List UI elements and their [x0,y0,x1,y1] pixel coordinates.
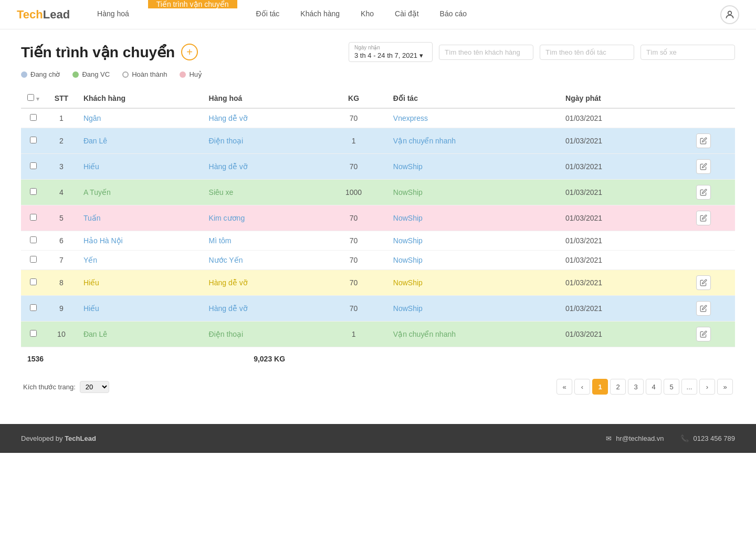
row-checkbox[interactable] [30,188,37,195]
nav-kho[interactable]: Kho [359,0,376,29]
search-car-input[interactable] [640,45,735,60]
td-doitac[interactable]: NowShip [387,251,559,270]
td-stt: 2 [46,128,77,154]
edit-button[interactable] [696,159,711,174]
row-checkbox[interactable] [30,330,37,337]
nav-hanghoa[interactable]: Hàng hoá [95,0,131,29]
edit-button[interactable] [696,301,711,316]
td-hanghoa[interactable]: Hàng dễ vỡ [203,296,321,322]
td-checkbox[interactable] [21,154,46,180]
td-ngayphat: 01/03/2021 [559,154,673,180]
row-checkbox[interactable] [30,304,37,311]
td-doitac[interactable]: NowShip [387,296,559,322]
nav-khachhang[interactable]: Khách hàng [298,0,342,29]
td-checkbox[interactable] [21,251,46,270]
pagination-button[interactable]: › [699,379,715,395]
row-checkbox[interactable] [30,137,37,143]
td-checkbox[interactable] [21,108,46,128]
td-customer[interactable]: Hiếu [77,270,203,296]
td-hanghoa[interactable]: Mì tôm [203,231,321,251]
search-customer-input[interactable] [439,45,533,60]
pagination-button[interactable]: 5 [664,379,679,395]
pagination-button[interactable]: 2 [610,379,626,395]
td-doitac[interactable]: NowShip [387,205,559,231]
row-checkbox[interactable] [30,278,37,285]
edit-button[interactable] [696,275,711,290]
td-hanghoa[interactable]: Điện thoại [203,322,321,347]
table-header-row: ▾ STT Khách hàng Hàng hoá KG Đối tác Ngà… [21,89,735,108]
search-partner-input[interactable] [540,45,634,60]
td-hanghoa[interactable]: Kim cương [203,205,321,231]
date-filter-value: 3 th 4 - 24 th 7, 2021 ▾ [354,51,427,59]
td-customer[interactable]: Tuấn [77,205,203,231]
td-checkbox[interactable] [21,322,46,347]
td-customer[interactable]: Hiếu [77,154,203,180]
row-checkbox[interactable] [30,214,37,221]
td-checkbox[interactable] [21,180,46,205]
td-customer[interactable]: Đan Lê [77,322,203,347]
pagination-button[interactable]: » [717,379,733,395]
legend-dot-waiting [21,71,27,78]
td-hanghoa[interactable]: Hàng dễ vỡ [203,108,321,128]
page-size-select[interactable]: 20 50 100 [80,381,109,393]
pagination-button[interactable]: « [556,379,572,395]
row-checkbox[interactable] [30,236,37,243]
edit-button[interactable] [696,327,711,342]
td-checkbox[interactable] [21,205,46,231]
td-hanghoa[interactable]: Hàng dễ vỡ [203,154,321,180]
add-button[interactable]: + [181,44,198,60]
th-khachhang: Khách hàng [77,89,203,108]
td-hanghoa[interactable]: Hàng dễ vỡ [203,270,321,296]
row-checkbox[interactable] [30,256,37,263]
td-checkbox[interactable] [21,128,46,154]
td-hanghoa[interactable]: Nước Yến [203,251,321,270]
td-customer[interactable]: Đan Lê [77,128,203,154]
th-ngayphat: Ngày phát [559,89,673,108]
row-checkbox[interactable] [30,162,37,169]
pagination-button[interactable]: ... [681,379,697,395]
row-checkbox[interactable] [30,114,37,121]
td-doitac[interactable]: NowShip [387,154,559,180]
td-doitac[interactable]: Vận chuyển nhanh [387,128,559,154]
date-filter[interactable]: Ngày nhận 3 th 4 - 24 th 7, 2021 ▾ [349,42,433,62]
td-checkbox[interactable] [21,270,46,296]
td-kg: 1 [320,128,386,154]
pagination-button[interactable]: 3 [628,379,644,395]
nav-caidat[interactable]: Cài đặt [393,0,421,29]
th-stt: STT [46,89,77,108]
td-doitac[interactable]: Vnexpress [387,108,559,128]
edit-button[interactable] [696,133,711,148]
pagination-button[interactable]: 4 [646,379,662,395]
td-doitac[interactable]: NowShip [387,180,559,205]
table-container: ▾ STT Khách hàng Hàng hoá KG Đối tác Ngà… [21,89,735,370]
td-customer[interactable]: A Tuyến [77,180,203,205]
td-customer[interactable]: Ngân [77,108,203,128]
td-hanghoa[interactable]: Siêu xe [203,180,321,205]
td-customer[interactable]: Hiếu [77,296,203,322]
td-ngayphat: 01/03/2021 [559,231,673,251]
edit-button[interactable] [696,185,711,200]
th-doitac: Đối tác [387,89,559,108]
td-checkbox[interactable] [21,296,46,322]
avatar[interactable] [720,5,739,24]
td-customer[interactable]: Hảo Hà Nội [77,231,203,251]
logo[interactable]: TechLead [17,8,70,22]
td-doitac[interactable]: NowShip [387,270,559,296]
nav-doitac[interactable]: Đối tác [254,0,282,29]
td-checkbox[interactable] [21,231,46,251]
pagination-button[interactable]: ‹ [574,379,590,395]
edit-button[interactable] [696,211,711,225]
select-all-checkbox[interactable] [27,94,34,101]
th-kg: KG [320,89,386,108]
legend-dot-done [122,71,129,78]
filters: Ngày nhận 3 th 4 - 24 th 7, 2021 ▾ [349,42,735,62]
td-customer[interactable]: Yến [77,251,203,270]
nav-baocao[interactable]: Báo cáo [438,0,469,29]
nav-tientrinhvanchuyen[interactable]: Tiến trình vận chuyển [148,0,237,8]
footer: Developed by TechLead ✉ hr@techlead.vn 📞… [0,424,756,453]
main-content: Tiến trình vận chuyển + Ngày nhận 3 th 4… [0,29,756,407]
pagination-button[interactable]: 1 [592,379,608,395]
td-hanghoa[interactable]: Điện thoại [203,128,321,154]
td-doitac[interactable]: Vận chuyển nhanh [387,322,559,347]
td-doitac[interactable]: NowShip [387,231,559,251]
